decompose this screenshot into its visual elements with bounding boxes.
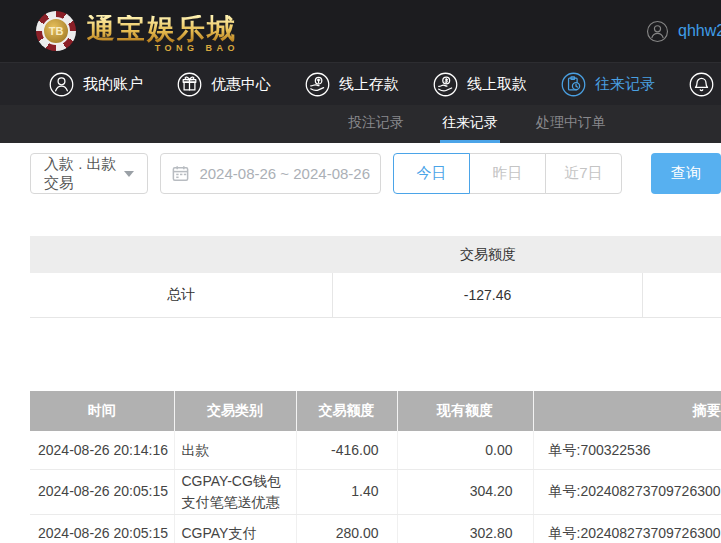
top-bar: TB 通宝娱乐城 TONG BAO qhhw2 xyxy=(0,0,721,62)
records-clipboard-icon xyxy=(560,71,587,98)
username[interactable]: qhhw2 xyxy=(678,22,721,40)
bell-icon xyxy=(688,71,715,98)
transaction-type-value: 入款 . 出款交易 xyxy=(44,155,124,193)
summary-header-row: 交易额度 xyxy=(30,236,721,273)
deposit-coin-icon xyxy=(304,71,331,98)
casino-chip-icon: TB xyxy=(36,11,76,51)
transactions-table: 时间 交易类别 交易额度 现有额度 摘要 2024-08-26 20:14:16… xyxy=(30,391,721,543)
chip-monogram: TB xyxy=(42,17,70,45)
tab-bet-records[interactable]: 投注记录 xyxy=(346,105,406,143)
cell-balance: 0.00 xyxy=(397,431,533,469)
user-icon xyxy=(48,71,75,98)
nav-item-online-deposit[interactable]: 线上存款 xyxy=(304,71,399,98)
cell-memo: 单号:202408273709726300 xyxy=(533,469,721,514)
column-header-time: 时间 xyxy=(30,391,174,431)
column-header-type: 交易类别 xyxy=(174,391,296,431)
column-header-balance: 现有额度 xyxy=(397,391,533,431)
cell-balance: 302.80 xyxy=(397,514,533,543)
user-account[interactable]: qhhw2 xyxy=(646,0,721,62)
nav-label: 优惠中心 xyxy=(211,75,271,94)
cell-memo: 单号:700322536 xyxy=(533,431,721,469)
cell-amount: 280.00 xyxy=(296,514,397,543)
cell-amount: 1.40 xyxy=(296,469,397,514)
yesterday-button[interactable]: 昨日 xyxy=(469,153,546,194)
withdraw-coin-icon xyxy=(432,71,459,98)
today-button[interactable]: 今日 xyxy=(393,153,470,194)
cell-time: 2024-08-26 20:05:15 xyxy=(30,469,174,514)
cell-balance: 304.20 xyxy=(397,469,533,514)
cell-type: CGPAY支付 xyxy=(174,514,296,543)
cell-time: 2024-08-26 20:05:15 xyxy=(30,514,174,543)
nav-item-promotions[interactable]: 优惠中心 xyxy=(176,71,271,98)
nav-label: 线上存款 xyxy=(339,75,399,94)
table-row: 2024-08-26 20:05:15 CGPAY-CG钱包支付笔笔送优惠 1.… xyxy=(30,469,721,514)
summary-total-value: -127.46 xyxy=(333,273,643,317)
cell-type: 出款 xyxy=(174,431,296,469)
nav-label: 往来记录 xyxy=(595,75,655,94)
summary-total-row: 总计 -127.46 xyxy=(30,273,721,318)
cell-amount: -416.00 xyxy=(296,431,397,469)
column-header-memo: 摘要 xyxy=(533,391,721,431)
sub-nav: 投注记录 往来记录 处理中订单 xyxy=(0,105,721,143)
column-header-amount: 交易额度 xyxy=(296,391,397,431)
nav-item-my-account[interactable]: 我的账户 xyxy=(48,71,143,98)
tab-pending-orders[interactable]: 处理中订单 xyxy=(534,105,608,143)
summary-table: 交易额度 总计 -127.46 xyxy=(30,236,721,318)
date-range-value: 2024-08-26 ~ 2024-08-26 xyxy=(199,165,370,182)
nav-item-transaction-records[interactable]: 往来记录 xyxy=(560,71,655,98)
tab-transaction-records[interactable]: 往来记录 xyxy=(440,105,500,143)
table-row: 2024-08-26 20:14:16 出款 -416.00 0.00 单号:7… xyxy=(30,431,721,469)
site-subtitle: TONG BAO xyxy=(155,44,239,53)
table-header-row: 时间 交易类别 交易额度 现有额度 摘要 xyxy=(30,391,721,431)
chevron-down-icon xyxy=(124,171,134,177)
nav-item-messages[interactable]: 信 xyxy=(688,71,721,98)
cell-type: CGPAY-CG钱包支付笔笔送优惠 xyxy=(174,469,296,514)
site-logo[interactable]: TB 通宝娱乐城 TONG BAO xyxy=(36,11,237,51)
summary-header-amount: 交易额度 xyxy=(333,246,643,264)
quick-date-button-group: 今日 昨日 近7日 xyxy=(393,153,622,194)
cell-memo: 单号:202408273709726300 xyxy=(533,514,721,543)
search-button[interactable]: 查询 xyxy=(651,153,721,194)
calendar-icon xyxy=(171,164,190,183)
date-range-input[interactable]: 2024-08-26 ~ 2024-08-26 xyxy=(160,153,381,194)
nav-label: 线上取款 xyxy=(467,75,527,94)
filter-bar: 入款 . 出款交易 2024-08-26 ~ 2024-08-26 今日 昨日 … xyxy=(30,153,721,194)
nav-item-online-withdraw[interactable]: 线上取款 xyxy=(432,71,527,98)
transaction-type-select[interactable]: 入款 . 出款交易 xyxy=(30,153,148,194)
site-title: 通宝娱乐城 xyxy=(87,15,237,43)
gift-icon xyxy=(176,71,203,98)
last-7-days-button[interactable]: 近7日 xyxy=(545,153,622,194)
nav-label: 我的账户 xyxy=(83,75,143,94)
summary-total-label: 总计 xyxy=(30,273,333,317)
account-avatar-icon xyxy=(646,20,669,43)
main-nav: 我的账户 优惠中心 线上存款 线上取款 xyxy=(0,62,721,105)
logo-text: 通宝娱乐城 TONG BAO xyxy=(87,15,237,43)
table-row: 2024-08-26 20:05:15 CGPAY支付 280.00 302.8… xyxy=(30,514,721,543)
cell-time: 2024-08-26 20:14:16 xyxy=(30,431,174,469)
